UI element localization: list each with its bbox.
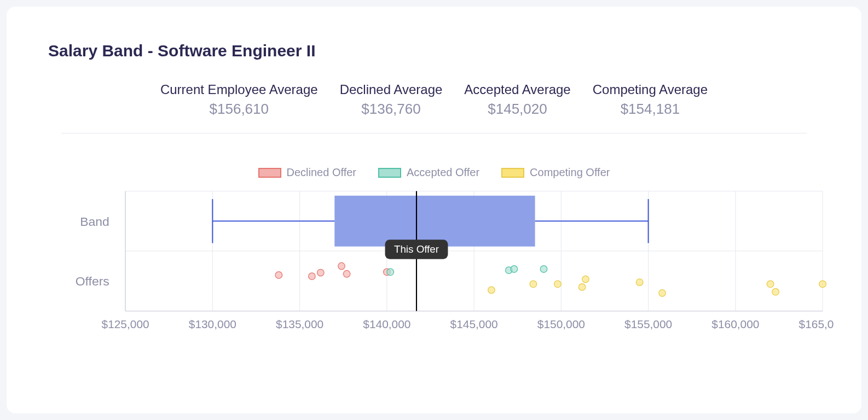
offer-point[interactable] <box>317 269 325 276</box>
card-title: Salary Band - Software Engineer II <box>48 42 834 60</box>
salary-band-card: Salary Band - Software Engineer II Curre… <box>7 7 861 413</box>
x-tick-label: $165,000 <box>799 318 834 330</box>
chart-legend: Declined Offer Accepted Offer Competing … <box>34 166 834 179</box>
offer-point[interactable] <box>582 276 589 283</box>
stat-label: Competing Average <box>593 82 708 97</box>
x-tick-label: $145,000 <box>450 318 498 330</box>
legend-swatch <box>501 168 524 178</box>
chart-svg: $125,000$130,000$135,000$140,000$145,000… <box>34 185 834 357</box>
legend-swatch <box>378 168 401 178</box>
offer-point[interactable] <box>338 262 345 270</box>
x-tick-label: $150,000 <box>537 318 585 330</box>
stat-value: $145,020 <box>464 101 570 118</box>
offer-point[interactable] <box>511 266 518 273</box>
offer-point[interactable] <box>659 290 666 297</box>
legend-label: Competing Offer <box>530 166 610 179</box>
stat-declined-avg: Declined Average $136,760 <box>340 82 443 118</box>
offer-point[interactable] <box>578 284 586 291</box>
legend-item-declined[interactable]: Declined Offer <box>258 166 356 179</box>
offer-point[interactable] <box>772 288 779 295</box>
offer-point[interactable] <box>530 281 537 288</box>
x-tick-label: $130,000 <box>189 318 236 330</box>
boxplot-box[interactable] <box>334 196 535 247</box>
stat-label: Accepted Average <box>464 82 570 97</box>
offer-point[interactable] <box>767 281 774 288</box>
y-category-offers: Offers <box>76 274 109 288</box>
offer-point[interactable] <box>636 279 643 286</box>
offer-point[interactable] <box>819 281 826 288</box>
legend-label: Declined Offer <box>287 166 356 179</box>
stat-value: $156,610 <box>160 101 318 118</box>
legend-label: Accepted Offer <box>407 166 479 179</box>
chart-area: Declined Offer Accepted Offer Competing … <box>34 166 834 359</box>
stat-competing-avg: Competing Average $154,181 <box>593 82 708 118</box>
offer-point[interactable] <box>309 273 316 280</box>
legend-item-competing[interactable]: Competing Offer <box>501 166 610 179</box>
this-offer-tooltip-label: This Offer <box>394 243 439 255</box>
stat-value: $154,181 <box>593 101 708 118</box>
x-tick-label: $155,000 <box>624 318 672 330</box>
stat-current-employee-avg: Current Employee Average $156,610 <box>160 82 318 118</box>
x-tick-label: $135,000 <box>276 318 323 330</box>
offer-point[interactable] <box>275 272 282 279</box>
legend-item-accepted[interactable]: Accepted Offer <box>378 166 479 179</box>
stat-accepted-avg: Accepted Average $145,020 <box>464 82 570 118</box>
offer-point[interactable] <box>488 287 495 294</box>
x-tick-label: $160,000 <box>711 318 759 330</box>
legend-swatch <box>258 168 281 178</box>
offer-point[interactable] <box>387 269 394 276</box>
y-category-band: Band <box>80 214 109 229</box>
stat-label: Declined Average <box>340 82 443 97</box>
stat-label: Current Employee Average <box>160 82 318 97</box>
stats-row: Current Employee Average $156,610 Declin… <box>61 82 807 133</box>
offer-point[interactable] <box>343 270 350 277</box>
offer-point[interactable] <box>540 266 547 273</box>
x-tick-label: $125,000 <box>102 318 149 330</box>
offer-point[interactable] <box>554 281 562 288</box>
x-tick-label: $140,000 <box>363 318 410 330</box>
stat-value: $136,760 <box>340 101 443 118</box>
